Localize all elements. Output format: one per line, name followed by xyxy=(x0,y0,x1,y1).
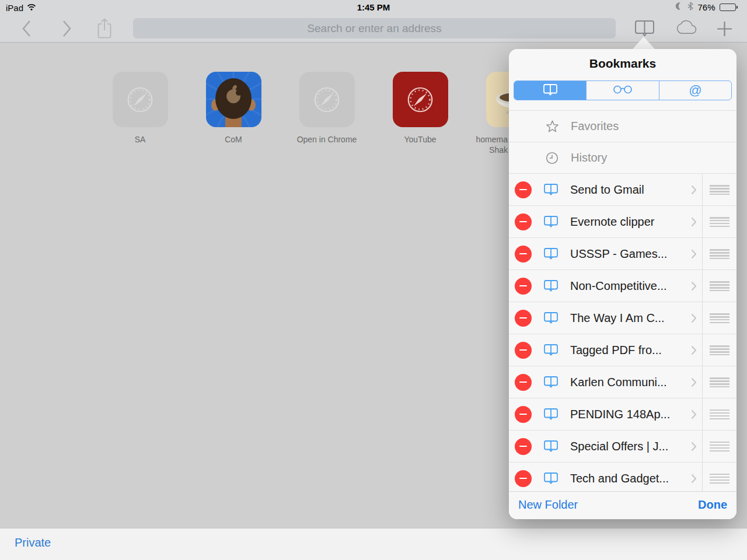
share-icon xyxy=(96,18,113,41)
folder-label: History xyxy=(571,151,607,164)
favorite-tile[interactable]: CoM xyxy=(187,72,280,145)
drag-handle[interactable] xyxy=(702,334,736,366)
minus-icon xyxy=(519,221,527,223)
drag-handle[interactable] xyxy=(702,398,736,430)
chevron-right-icon xyxy=(691,185,697,195)
forward-button[interactable] xyxy=(58,19,75,40)
chevron-right-icon xyxy=(691,377,697,387)
status-right: 76% xyxy=(675,2,738,13)
bookmark-book-icon xyxy=(543,344,558,356)
chevron-right-icon xyxy=(691,442,697,452)
drag-handle[interactable] xyxy=(702,238,736,270)
drag-handle[interactable] xyxy=(702,174,736,206)
drag-handle[interactable] xyxy=(702,430,736,463)
folder-row-history[interactable]: History xyxy=(509,142,736,174)
bookmark-row: Non-Competitive... xyxy=(509,270,736,302)
minus-icon xyxy=(519,317,527,319)
delete-bookmark-button[interactable] xyxy=(515,406,532,423)
favorite-tile[interactable]: YouTube xyxy=(374,72,467,145)
tab-bookmarks[interactable] xyxy=(514,81,586,100)
private-button[interactable]: Private xyxy=(15,536,51,550)
delete-bookmark-button[interactable] xyxy=(515,342,532,359)
minus-icon xyxy=(519,253,527,255)
delete-bookmark-button[interactable] xyxy=(515,310,532,327)
delete-bookmark-button[interactable] xyxy=(515,246,532,262)
bookmark-title[interactable]: Send to Gmail xyxy=(570,183,691,197)
drag-handle[interactable] xyxy=(702,366,736,398)
delete-bookmark-button[interactable] xyxy=(515,278,532,295)
drag-handle-icon xyxy=(710,217,729,227)
drag-handle[interactable] xyxy=(702,270,736,302)
chevron-right-icon xyxy=(691,281,697,291)
bookmark-row: Send to Gmail xyxy=(509,174,736,206)
back-button[interactable] xyxy=(18,19,35,40)
favorite-label: SA xyxy=(93,134,187,145)
drag-handle[interactable] xyxy=(702,206,736,238)
popover-arrow xyxy=(633,37,655,49)
chevron-right-icon xyxy=(691,313,697,323)
minus-icon xyxy=(519,446,527,447)
drag-handle[interactable] xyxy=(702,463,736,492)
bookmark-row: Tech and Gadget... xyxy=(509,463,736,491)
bookmark-title[interactable]: Special Offers | J... xyxy=(570,440,691,453)
bookmark-book-icon xyxy=(543,472,558,485)
chevron-right-icon xyxy=(691,217,697,227)
bookmark-title[interactable]: USSSP - Games... xyxy=(570,247,691,261)
moon-icon xyxy=(675,2,683,13)
delete-bookmark-button[interactable] xyxy=(515,470,532,487)
favorite-tile[interactable]: SA xyxy=(93,72,187,145)
share-button[interactable] xyxy=(95,17,114,41)
chevron-right-icon xyxy=(691,345,697,355)
bookmark-title[interactable]: Tech and Gadget... xyxy=(570,472,691,485)
bottom-bar: Private xyxy=(0,528,747,560)
done-button[interactable]: Done xyxy=(698,498,727,512)
bookmark-title[interactable]: The Way I Am C... xyxy=(570,312,691,325)
bookmark-book-icon xyxy=(543,215,558,228)
new-tab-button[interactable] xyxy=(714,20,734,40)
minus-icon xyxy=(519,478,527,480)
bookmark-row: The Way I Am C... xyxy=(509,302,736,334)
delete-bookmark-button[interactable] xyxy=(515,181,532,198)
search-input[interactable] xyxy=(133,18,616,38)
battery-icon xyxy=(720,4,738,11)
bookmark-title[interactable]: Evernote clipper xyxy=(570,215,691,229)
tab-reading-list[interactable] xyxy=(586,81,658,100)
delete-bookmark-button[interactable] xyxy=(515,438,532,455)
bookmark-list: Send to Gmail Evernote clipper USSSP - G… xyxy=(509,174,736,491)
bookmark-book-icon xyxy=(543,440,558,453)
favorite-icon xyxy=(280,72,374,127)
drag-handle-icon xyxy=(710,410,729,419)
minus-icon xyxy=(519,285,527,287)
bookmark-title[interactable]: PENDING 148Ap... xyxy=(570,408,691,421)
tab-shared-links[interactable]: @ xyxy=(659,81,731,100)
bookmark-row: Tagged PDF fro... xyxy=(509,334,736,366)
new-tab-plus-icon xyxy=(715,20,734,40)
minus-icon xyxy=(519,414,527,415)
drag-handle-icon xyxy=(710,474,729,484)
drag-handle-icon xyxy=(710,345,729,355)
bookmark-book-icon xyxy=(543,376,558,388)
popover-body: Bookmarks @ Favorites History Send to Gm… xyxy=(509,49,736,519)
new-folder-button[interactable]: New Folder xyxy=(518,498,578,512)
bluetooth-icon xyxy=(687,2,693,13)
bookmark-book-icon xyxy=(543,279,558,292)
folder-row-favorites[interactable]: Favorites xyxy=(509,111,736,142)
delete-bookmark-button[interactable] xyxy=(515,214,532,230)
bookmark-title[interactable]: Tagged PDF fro... xyxy=(570,344,691,357)
delete-bookmark-button[interactable] xyxy=(515,374,532,391)
bookmark-book-icon xyxy=(543,312,558,324)
favorite-icon xyxy=(187,72,280,127)
bookmark-title[interactable]: Non-Competitive... xyxy=(570,279,691,293)
icloud-tabs-button[interactable] xyxy=(672,19,700,40)
minus-icon xyxy=(519,349,527,351)
bookmark-book-icon xyxy=(543,408,558,421)
bookmark-row: PENDING 148Ap... xyxy=(509,398,736,430)
drag-handle[interactable] xyxy=(702,302,736,334)
favorite-tile[interactable]: Open in Chrome xyxy=(280,72,374,145)
chevron-right-icon xyxy=(691,474,697,484)
folder-label: Favorites xyxy=(571,120,619,133)
bookmark-row: Evernote clipper xyxy=(509,206,736,238)
bookmark-title[interactable]: Karlen Communi... xyxy=(570,376,691,389)
bookmarks-tabs: @ xyxy=(514,80,732,100)
status-bar: iPad 1:45 PM 76% xyxy=(0,0,747,15)
